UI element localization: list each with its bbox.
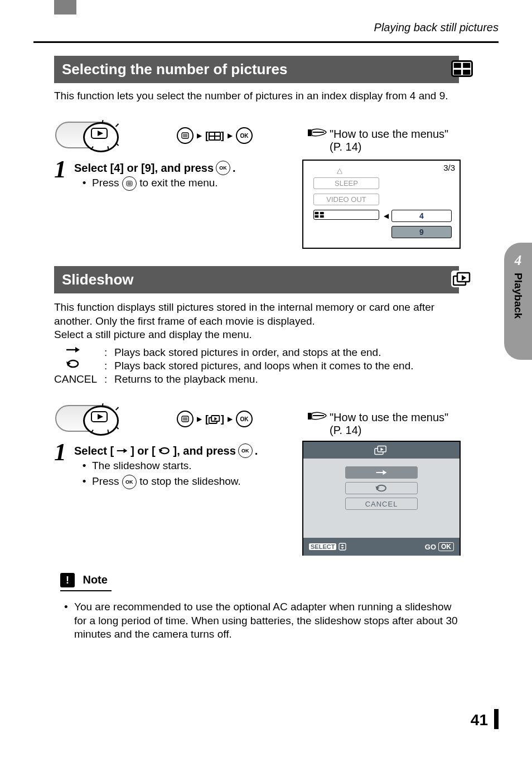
nav-strip-2: ▶ [] ▶ OK "How to use the menus" (P. 14) [54, 402, 459, 435]
svg-rect-12 [215, 133, 220, 136]
lcd-screen-1: 3/3 △ SLEEP VIDEO OUT ◀ 4 9 [302, 160, 461, 249]
bracket: ] [221, 413, 224, 425]
lcd2-footer: SELECT GO OK [303, 538, 460, 556]
slideshow-icon [451, 271, 473, 287]
section1-intro: This function lets you select the number… [54, 89, 459, 103]
lcd-row-index [313, 210, 379, 220]
svg-marker-5 [98, 131, 103, 136]
note-body: You are recommended to use the optional … [74, 600, 459, 642]
note-header: ! Note [60, 573, 108, 587]
lcd-row-sleep: SLEEP [313, 177, 379, 189]
index-grid-icon [451, 60, 473, 77]
side-tab-label: Playback [512, 273, 524, 319]
svg-rect-40 [308, 413, 311, 420]
lcd-screen-2: CANCEL SELECT GO OK [302, 441, 461, 556]
note-icon: ! [60, 573, 75, 587]
svg-rect-1 [463, 62, 470, 67]
up-triangle-icon: △ [337, 166, 342, 175]
page-number: 41 [471, 711, 488, 729]
svg-rect-51 [339, 543, 346, 550]
svg-rect-24 [320, 215, 324, 218]
step-number: 1 [54, 155, 66, 184]
lcd-value-4: 4 [391, 210, 452, 222]
svg-marker-32 [98, 414, 103, 420]
side-tab: 4 Playback [504, 243, 532, 360]
pointing-hand-icon [307, 409, 328, 422]
top-rule [33, 41, 499, 43]
section2-intro: This function displays still pictures st… [54, 301, 459, 342]
svg-rect-11 [210, 133, 214, 136]
step-title: Select [ ] or [ ], and press OK . [74, 443, 258, 458]
ok-button-icon: OK [236, 127, 253, 144]
ok-button-icon: OK [238, 443, 253, 458]
side-tab-number: 4 [515, 253, 522, 268]
section2-header: Slideshow [54, 266, 459, 293]
cross-ref: "How to use the menus" (P. 14) [330, 128, 459, 153]
note-rule [60, 590, 112, 591]
step-bullets: The slideshow starts. Press OK to stop t… [82, 459, 241, 490]
left-triangle-icon: ◀ [384, 212, 389, 220]
svg-rect-2 [454, 70, 461, 75]
single-play-icon [116, 447, 128, 454]
mode-dial-icon [54, 402, 149, 435]
lcd2-opt-single [345, 466, 418, 479]
svg-marker-52 [341, 544, 344, 546]
svg-marker-43 [124, 449, 128, 453]
section1-header: Selecting the number of pictures [54, 56, 459, 83]
nav-strip-1: ▶ [] ▶ OK "How to use the menus" (P. 14) [54, 118, 459, 152]
menu-button-icon [122, 176, 137, 191]
cross-ref: "How to use the menus" (P. 14) [330, 411, 459, 437]
menu-button-icon [177, 127, 194, 144]
lcd2-opt-loop [345, 482, 418, 494]
svg-rect-0 [454, 62, 461, 67]
loop-icon [54, 359, 104, 373]
step-number: 1 [54, 438, 66, 466]
lcd-value-9: 9 [391, 226, 452, 238]
svg-rect-13 [210, 137, 214, 139]
top-marker [54, 0, 76, 15]
play-icon [91, 128, 108, 139]
lcd2-opt-cancel: CANCEL [345, 498, 418, 510]
lcd-page: 3/3 [443, 163, 455, 172]
ok-button-icon: OK [122, 475, 137, 489]
lcd-row-video: VIDEO OUT [313, 194, 379, 205]
pointing-hand-icon [307, 126, 328, 138]
arrow-right-icon: ▶ [197, 132, 202, 139]
slideshow-options: :Plays back stored pictures in order, an… [54, 346, 459, 386]
svg-rect-3 [463, 70, 470, 75]
single-play-icon [54, 346, 104, 359]
cancel-label: CANCEL [54, 373, 104, 386]
arrow-right-icon: ▶ [228, 132, 233, 139]
svg-marker-49 [383, 470, 387, 475]
menu-button-icon [177, 411, 194, 427]
arrow-right-icon: ▶ [228, 415, 233, 423]
step-title: Select [4] or [9], and press OK . [74, 161, 236, 175]
loop-icon [158, 447, 171, 455]
svg-rect-14 [215, 137, 220, 139]
menu-path: ▶ [] ▶ OK [177, 127, 253, 144]
svg-rect-15 [308, 129, 311, 136]
bracket: ] [221, 130, 224, 141]
menu-path: ▶ [] ▶ OK [177, 411, 253, 427]
step-bullets: Press to exit the menu. [82, 176, 218, 192]
lcd2-header-icon [303, 442, 460, 459]
ok-button-icon: OK [216, 161, 230, 175]
page-number-bar [494, 709, 499, 729]
svg-rect-21 [315, 212, 318, 214]
svg-marker-29 [75, 347, 80, 353]
ok-button-icon: OK [236, 411, 253, 427]
svg-rect-23 [315, 215, 318, 218]
svg-rect-22 [320, 212, 324, 214]
running-head: Playing back still pictures [374, 21, 499, 34]
mode-dial-icon [54, 118, 149, 152]
play-icon [91, 411, 108, 422]
svg-marker-53 [341, 547, 344, 549]
arrow-right-icon: ▶ [197, 415, 202, 423]
